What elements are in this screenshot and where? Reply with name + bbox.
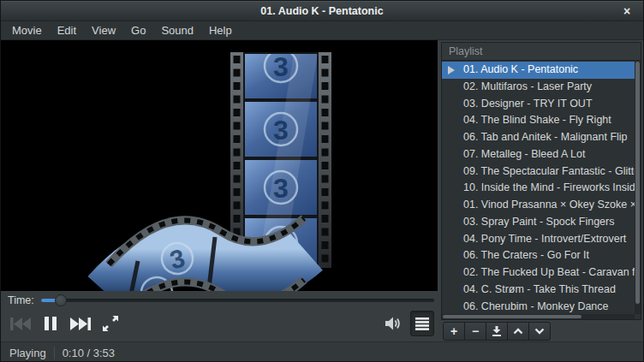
playlist-move-down-button[interactable] bbox=[528, 322, 551, 341]
playlist-save-button[interactable] bbox=[486, 322, 508, 341]
playlist-horizontal-scrollbar[interactable] bbox=[442, 314, 635, 319]
playlist-row-label: 04. C. Strøm - Take This Thread bbox=[463, 283, 616, 295]
playlist-panel: Playlist 01. Audio K - Pentatonic 02. Mu… bbox=[439, 40, 643, 341]
playlist-row[interactable]: 02. The Fucked Up Beat - Caravan for the… bbox=[442, 264, 635, 282]
svg-text:3: 3 bbox=[273, 173, 289, 204]
pause-button[interactable] bbox=[39, 312, 62, 335]
previous-track-icon bbox=[10, 317, 31, 330]
playlist-row-label: 04. The Blind Shake - Fly Right bbox=[463, 114, 611, 126]
playlist-row[interactable]: 02. Multifaros - Laser Party bbox=[442, 79, 635, 96]
playlist-header[interactable]: Playlist bbox=[442, 43, 641, 61]
volume-icon bbox=[385, 317, 402, 330]
playlist-row-label: 01. Vinod Prasanna × Okey Szoke × Pompey bbox=[463, 199, 635, 211]
playlist-row[interactable]: 03. Designer - TRY IT OUT bbox=[442, 96, 635, 113]
menu-go[interactable]: Go bbox=[123, 22, 153, 39]
seek-slider[interactable] bbox=[41, 294, 436, 306]
playlist-row[interactable]: 09. The Spectacular Fantastic - Glitter … bbox=[442, 163, 635, 181]
playlist-row-label: 06. The Craters - Go For It bbox=[463, 249, 589, 261]
playlist-row-label: 04. Pony Time - Introvert/Extrovert bbox=[463, 233, 626, 245]
playback-status: Playing bbox=[9, 347, 46, 359]
seek-handle[interactable] bbox=[55, 294, 67, 306]
video-area[interactable]: 3 3 3 3 3 bbox=[1, 40, 438, 291]
save-playlist-icon bbox=[492, 326, 502, 336]
playback-position: 0:10 / 3:53 bbox=[63, 347, 115, 359]
playlist-row[interactable]: 06. Cherubim - Monkey Dance bbox=[442, 299, 635, 315]
playlist-rows: 01. Audio K - Pentatonic 02. Multifaros … bbox=[442, 62, 635, 314]
controls-row bbox=[1, 309, 439, 341]
svg-text:3: 3 bbox=[273, 51, 289, 82]
player-window: 01. Audio K - Pentatonic × Movie Edit Vi… bbox=[0, 0, 644, 362]
playlist-row-label: 07. Metalleg - Bleed A Lot bbox=[463, 148, 585, 160]
menu-sound[interactable]: Sound bbox=[153, 22, 201, 39]
playlist-row-label: 09. The Spectacular Fantastic - Glitter … bbox=[463, 165, 635, 177]
playlist-row-label: 10. Inside the Mind - Fireworks Inside Y… bbox=[463, 181, 635, 193]
playlist-row[interactable]: 04. C. Strøm - Take This Thread bbox=[442, 282, 635, 299]
seek-track[interactable] bbox=[41, 299, 434, 302]
close-icon[interactable]: × bbox=[617, 1, 636, 21]
previous-track-button[interactable] bbox=[9, 312, 32, 335]
titlebar[interactable]: 01. Audio K - Pentatonic × bbox=[1, 1, 643, 21]
horizontal-scrollbar-thumb[interactable] bbox=[443, 315, 581, 318]
playlist-toggle-button[interactable] bbox=[410, 311, 434, 336]
playlist-row[interactable]: 03. Spray Paint - Spock Fingers bbox=[442, 214, 635, 231]
playlist-row[interactable]: 06. Tab and Anitek - Malignant Flip bbox=[442, 129, 635, 146]
next-track-button[interactable] bbox=[69, 312, 92, 335]
statusbar-separator bbox=[54, 347, 55, 359]
film-strip-graphic: 3 3 3 3 3 bbox=[1, 40, 438, 291]
svg-text:3: 3 bbox=[273, 115, 289, 145]
playlist-remove-button[interactable]: − bbox=[464, 322, 486, 341]
playlist-toggle-icon bbox=[415, 317, 429, 330]
next-track-icon bbox=[70, 317, 91, 330]
playlist-row-label: 06. Tab and Anitek - Malignant Flip bbox=[463, 131, 628, 143]
playlist-row-label: 03. Spray Paint - Spock Fingers bbox=[463, 216, 614, 228]
menubar: Movie Edit View Go Sound Help bbox=[1, 21, 643, 40]
now-playing-icon bbox=[448, 66, 455, 74]
menu-view[interactable]: View bbox=[84, 22, 123, 39]
chevron-up-icon bbox=[513, 328, 523, 335]
chevron-down-icon bbox=[534, 328, 545, 335]
time-row: Time: bbox=[1, 291, 439, 309]
playlist-vertical-scrollbar[interactable] bbox=[635, 62, 641, 314]
fullscreen-icon bbox=[102, 315, 119, 332]
playlist-list: Playlist 01. Audio K - Pentatonic 02. Mu… bbox=[441, 42, 641, 320]
vertical-scrollbar-thumb[interactable] bbox=[635, 62, 640, 304]
playlist-row[interactable]: 01. Vinod Prasanna × Okey Szoke × Pompey bbox=[442, 197, 635, 214]
playlist-toolbar: + − bbox=[441, 322, 641, 341]
time-label: Time: bbox=[8, 294, 34, 306]
statusbar: Playing 0:10 / 3:53 bbox=[1, 341, 643, 362]
menu-help[interactable]: Help bbox=[201, 22, 240, 39]
playlist-row-label: 01. Audio K - Pentatonic bbox=[463, 63, 578, 75]
minus-icon: − bbox=[472, 324, 479, 338]
volume-button[interactable] bbox=[383, 312, 403, 335]
playlist-row-current[interactable]: 01. Audio K - Pentatonic bbox=[442, 62, 635, 79]
fullscreen-button[interactable] bbox=[99, 312, 122, 335]
pause-icon bbox=[45, 317, 57, 330]
playlist-row-label: 03. Designer - TRY IT OUT bbox=[463, 98, 593, 110]
playlist-move-up-button[interactable] bbox=[507, 322, 529, 341]
playlist-row-label: 02. The Fucked Up Beat - Caravan for the… bbox=[463, 266, 635, 278]
window-title: 01. Audio K - Pentatonic bbox=[260, 5, 383, 17]
playlist-row-label: 02. Multifaros - Laser Party bbox=[463, 80, 592, 92]
playlist-add-button[interactable]: + bbox=[443, 322, 465, 341]
plus-icon: + bbox=[450, 324, 457, 338]
menu-movie[interactable]: Movie bbox=[4, 22, 50, 39]
playlist-row[interactable]: 04. Pony Time - Introvert/Extrovert bbox=[442, 231, 635, 248]
playlist-row[interactable]: 06. The Craters - Go For It bbox=[442, 247, 635, 264]
playlist-row[interactable]: 04. The Blind Shake - Fly Right bbox=[442, 112, 635, 129]
playlist-row-label: 06. Cherubim - Monkey Dance bbox=[463, 300, 609, 312]
menu-edit[interactable]: Edit bbox=[50, 22, 84, 39]
playlist-row[interactable]: 07. Metalleg - Bleed A Lot bbox=[442, 146, 635, 163]
playlist-row[interactable]: 10. Inside the Mind - Fireworks Inside Y… bbox=[442, 180, 635, 197]
